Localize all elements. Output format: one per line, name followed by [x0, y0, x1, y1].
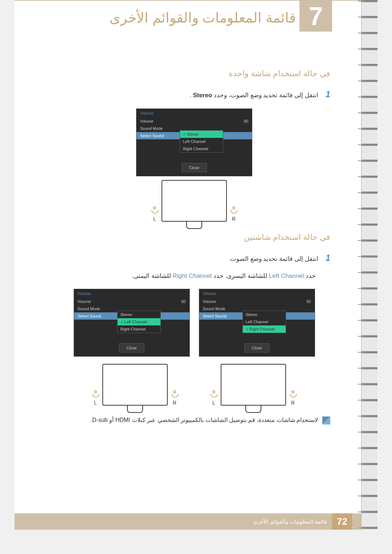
desc-part: حدد [304, 272, 316, 279]
monitor-icon [162, 180, 227, 222]
osd-option-left[interactable]: Left Channel [243, 318, 286, 325]
section-title-dual: في حالة استخدام شاشتين [58, 233, 330, 242]
osd-option-left[interactable]: Left Channel [180, 138, 223, 145]
speaker-left: L [92, 390, 99, 406]
footer: قائمة المعلومات والقوائم الأخرى 72 [15, 513, 377, 530]
osd-option-stereo[interactable]: Stereo [118, 311, 160, 318]
osd-option-right[interactable]: Right Channel [243, 325, 286, 333]
note-row: لاستخدام شاشات متعددة، قم بتوصيل الشاشات… [58, 416, 330, 424]
speaker-icon [151, 206, 158, 214]
osd-panel-single: Volume Volume 50 Sound Mode Select Sound… [136, 108, 252, 176]
speaker-right: R [171, 390, 178, 406]
monitor-diagram-dual: L R L R [58, 364, 330, 406]
osd-panel-right: Volume Volume 50 Sound Mode Select Sound… [199, 289, 315, 360]
osd-volume-row: Volume 50 [74, 298, 189, 305]
desc-part: للشاشة اليسرى. حدد [212, 272, 269, 279]
step-text-stereo: Stereo [193, 92, 212, 99]
step-description: حدد Left Channel للشاشة اليسرى. حدد Righ… [58, 272, 330, 280]
speaker-label-l: L [94, 400, 97, 406]
step-text: انتقل إلى قائمة تحديد وضع الصوت. [229, 255, 318, 263]
osd-option-stereo[interactable]: Stereo [180, 131, 223, 138]
step-text-prefix: انتقل إلى قائمة تحديد وضع الصوت، وحدد [212, 92, 318, 99]
step-text: انتقل إلى قائمة تحديد وضع الصوت، وحدد St… [189, 91, 318, 99]
step-row: 1 انتقل إلى قائمة تحديد وضع الصوت. [58, 253, 330, 263]
speaker-left: L [211, 390, 217, 406]
osd-option-right[interactable]: Right Channel [118, 325, 160, 333]
osd-volume-label: Volume [140, 119, 154, 123]
header: 7 قائمة المعلومات والقوائم الأخرى [15, 0, 377, 36]
speaker-label-l: L [153, 216, 156, 222]
speaker-label-l: L [212, 400, 215, 406]
dual-osd-panels: Volume Volume 50 Sound Mode Select Sound… [58, 289, 330, 360]
osd-volume-value: 50 [244, 119, 248, 123]
osd-header: Volume [74, 289, 189, 298]
osd-option-left[interactable]: Left Channel [118, 318, 160, 325]
osd-panel-left: Volume Volume 50 Sound Mode Select Sound… [74, 289, 190, 360]
osd-option-stereo[interactable]: Stereo [243, 311, 286, 318]
osd-header: Volume [136, 109, 252, 118]
section-title-single: في حالة استخدام شاشة واحدة [58, 69, 330, 78]
chapter-number-badge: 7 [299, 1, 332, 32]
speaker-right: R [290, 390, 296, 406]
desc-left-channel: Left Channel [269, 272, 304, 279]
speaker-label-r: R [232, 216, 236, 222]
osd-close-button[interactable]: Close [119, 343, 144, 353]
speaker-label-r: R [291, 400, 295, 406]
speaker-right: R [230, 206, 237, 222]
note-text: لاستخدام شاشات متعددة، قم بتوصيل الشاشات… [91, 416, 318, 423]
speaker-icon [230, 206, 237, 214]
page: 7 قائمة المعلومات والقوائم الأخرى في حال… [15, 0, 377, 530]
osd-close-button[interactable]: Close [244, 343, 270, 353]
monitor-icon [102, 364, 168, 406]
osd-volume-label: Volume [78, 299, 91, 304]
osd-volume-value: 50 [306, 299, 311, 304]
osd-header: Volume [199, 289, 315, 298]
monitor-diagram-single: L R [58, 180, 330, 222]
osd-volume-row: Volume 50 [199, 298, 315, 305]
footer-title: قائمة المعلومات والقوائم الأخرى [253, 518, 327, 525]
speaker-icon [92, 390, 99, 398]
spiral-binding [361, 0, 377, 530]
desc-right-channel: Right Channel [172, 272, 212, 279]
speaker-label-r: R [173, 400, 176, 406]
chapter-title: قائمة المعلومات والقوائم الأخرى [110, 10, 296, 26]
speaker-icon [290, 390, 296, 398]
step-row: 1 انتقل إلى قائمة تحديد وضع الصوت، وحدد … [58, 89, 330, 99]
osd-submenu: Stereo Left Channel Right Channel [242, 311, 286, 333]
osd-volume-row: Volume 50 [136, 118, 252, 125]
step-number: 1 [326, 89, 330, 99]
osd-option-right[interactable]: Right Channel [180, 145, 223, 152]
step-text-suffix: . [189, 92, 193, 99]
desc-part: للشاشة اليمنى. [132, 272, 172, 279]
footer-page-number: 72 [332, 513, 352, 530]
note-icon [322, 416, 330, 424]
speaker-icon [211, 390, 217, 398]
osd-submenu: Stereo Left Channel Right Channel [117, 311, 161, 333]
speaker-left: L [151, 206, 158, 222]
osd-volume-label: Volume [203, 299, 216, 304]
speaker-icon [171, 390, 178, 398]
step-number: 1 [326, 253, 330, 263]
osd-submenu: Stereo Left Channel Right Channel [180, 130, 223, 153]
content: في حالة استخدام شاشة واحدة 1 انتقل إلى ق… [15, 36, 377, 424]
monitor-icon [221, 364, 286, 406]
osd-volume-value: 50 [181, 299, 185, 304]
osd-close-button[interactable]: Close [181, 163, 207, 172]
